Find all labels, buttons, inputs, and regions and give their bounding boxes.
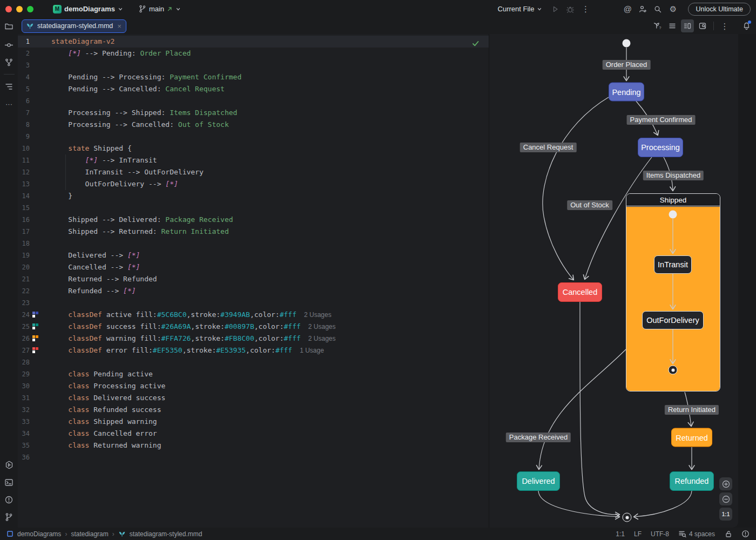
line-number[interactable]: 21 <box>18 273 30 285</box>
code-line[interactable]: 8 Processing --> Cancelled: Out of Stock <box>18 119 489 131</box>
split-view-button[interactable] <box>681 19 694 32</box>
close-icon[interactable]: × <box>117 22 122 30</box>
editor-tab-active[interactable]: statediagram-styled.mmd × <box>22 19 126 33</box>
structure-tool-button[interactable] <box>2 79 17 94</box>
code-line[interactable]: 29 class Pending active <box>18 368 489 380</box>
line-number[interactable]: 13 <box>18 178 30 190</box>
line-number[interactable]: 20 <box>18 261 30 273</box>
line-number[interactable]: 8 <box>18 119 30 131</box>
code-line[interactable]: 16 Shipped --> Delivered: Package Receiv… <box>18 214 489 226</box>
code-line[interactable]: 34 class Cancelled error <box>18 428 489 440</box>
more-tool-windows-button[interactable]: ··· <box>2 96 17 111</box>
settings-button[interactable]: ⚙ <box>665 2 680 16</box>
git-tool-button[interactable] <box>2 509 17 524</box>
code-line[interactable]: 12 InTransit --> OutForDelivery <box>18 166 489 178</box>
code-with-me-button[interactable] <box>635 2 650 16</box>
code-line[interactable]: 22 Refunded --> [*] <box>18 285 489 297</box>
line-number[interactable]: 30 <box>18 380 30 392</box>
color-chip[interactable] <box>36 347 38 350</box>
usage-hint[interactable]: 2 Usages <box>308 335 336 342</box>
breadcrumb-folder[interactable]: statediagram <box>71 530 108 538</box>
code-line[interactable]: 3 <box>18 59 489 71</box>
window-minimize-button[interactable] <box>16 6 23 12</box>
color-chip[interactable] <box>32 335 35 338</box>
window-zoom-button[interactable] <box>27 6 33 12</box>
code-line[interactable]: 31 class Delivered success <box>18 392 489 404</box>
code-line[interactable]: 20 Cancelled --> [*] <box>18 261 489 273</box>
line-number[interactable]: 5 <box>18 83 30 95</box>
color-chip[interactable] <box>32 339 35 341</box>
code-line[interactable]: 4 Pending --> Processing: Payment Confir… <box>18 71 489 83</box>
line-number[interactable]: 6 <box>18 95 30 107</box>
code-line[interactable]: 14 } <box>18 190 489 202</box>
line-number[interactable]: 22 <box>18 285 30 297</box>
zoom-out-button[interactable] <box>719 492 732 505</box>
code-line[interactable]: 6 <box>18 95 489 107</box>
search-everywhere-button[interactable] <box>650 2 665 16</box>
editor-only-view-button[interactable] <box>666 19 679 32</box>
line-number[interactable]: 25 <box>18 321 30 333</box>
code-line[interactable]: 27 classDef error fill:#EF5350,stroke:#E… <box>18 345 489 356</box>
line-number[interactable]: 33 <box>18 416 30 428</box>
line-number[interactable]: 31 <box>18 392 30 404</box>
code-line[interactable]: 13 OutForDelivery --> [*] <box>18 178 489 190</box>
code-line[interactable]: 36 <box>18 451 489 463</box>
code-line[interactable]: 7 Processing --> Shipped: Items Dispatch… <box>18 107 489 119</box>
color-chip[interactable] <box>32 327 35 329</box>
line-number[interactable]: 32 <box>18 404 30 416</box>
inspections-widget[interactable] <box>469 37 481 49</box>
code-line[interactable]: 25 classDef success fill:#26A69A,stroke:… <box>18 321 489 333</box>
terminal-tool-button[interactable] <box>2 475 17 490</box>
line-number[interactable]: 1 <box>18 36 30 48</box>
commit-tool-button[interactable] <box>2 37 17 52</box>
line-number[interactable]: 28 <box>18 356 30 368</box>
code-line[interactable]: 33 class Shipped warning <box>18 416 489 428</box>
color-chip[interactable] <box>32 323 35 326</box>
line-number[interactable]: 9 <box>18 131 30 143</box>
code-line[interactable]: 5 Pending --> Cancelled: Cancel Request <box>18 83 489 95</box>
code-line[interactable]: 1stateDiagram-v2 <box>18 36 489 48</box>
cursor-position-widget[interactable]: 1:1 <box>616 530 625 538</box>
line-number[interactable]: 23 <box>18 297 30 309</box>
line-number[interactable]: 19 <box>18 249 30 261</box>
line-number[interactable]: 34 <box>18 428 30 440</box>
code-editor[interactable]: 1stateDiagram-v22 [*] --> Pending: Order… <box>18 34 489 528</box>
color-chip[interactable] <box>32 312 35 314</box>
line-number[interactable]: 12 <box>18 166 30 178</box>
code-line[interactable]: 28 <box>18 356 489 368</box>
line-number[interactable]: 10 <box>18 143 30 154</box>
code-line[interactable]: 30 class Processing active <box>18 380 489 392</box>
line-ending-widget[interactable]: LF <box>634 530 642 538</box>
line-number[interactable]: 11 <box>18 154 30 166</box>
code-line[interactable]: 9 <box>18 131 489 143</box>
line-number[interactable]: 7 <box>18 107 30 119</box>
usage-hint[interactable]: 1 Usage <box>300 347 324 354</box>
run-button[interactable] <box>548 2 563 16</box>
services-tool-button[interactable] <box>2 457 17 473</box>
code-line[interactable]: 23 <box>18 297 489 309</box>
editor-options-button[interactable]: ⋮ <box>718 19 731 32</box>
color-chip[interactable] <box>32 350 35 353</box>
line-number[interactable]: 26 <box>18 333 30 345</box>
unlock-ultimate-button[interactable]: Unlock Ultimate <box>688 3 751 16</box>
line-number[interactable]: 24 <box>18 309 30 321</box>
project-tool-window-button[interactable] <box>0 22 18 31</box>
code-line[interactable]: 19 Delivered --> [*] <box>18 249 489 261</box>
line-number[interactable]: 15 <box>18 202 30 214</box>
indent-widget[interactable]: 4 spaces <box>678 530 715 538</box>
notifications-button[interactable] <box>740 19 753 32</box>
line-number[interactable]: 16 <box>18 214 30 226</box>
line-number[interactable]: 18 <box>18 238 30 249</box>
code-line[interactable]: 15 <box>18 202 489 214</box>
code-line[interactable]: 21 Returned --> Refunded <box>18 273 489 285</box>
readonly-toggle[interactable] <box>724 530 732 538</box>
line-number[interactable]: 29 <box>18 368 30 380</box>
code-line[interactable]: 32 class Refunded success <box>18 404 489 416</box>
color-chip[interactable] <box>32 315 35 318</box>
mermaid-settings-button[interactable]: ? <box>651 19 664 32</box>
breadcrumb-project[interactable]: demoDiagrams <box>17 530 61 538</box>
zoom-reset-button[interactable]: 1:1 <box>719 508 732 521</box>
line-number[interactable]: 4 <box>18 71 30 83</box>
code-line[interactable]: 11 [*] --> InTransit <box>18 154 489 166</box>
code-line[interactable]: 24 classDef active fill:#5C6BC0,stroke:#… <box>18 309 489 321</box>
